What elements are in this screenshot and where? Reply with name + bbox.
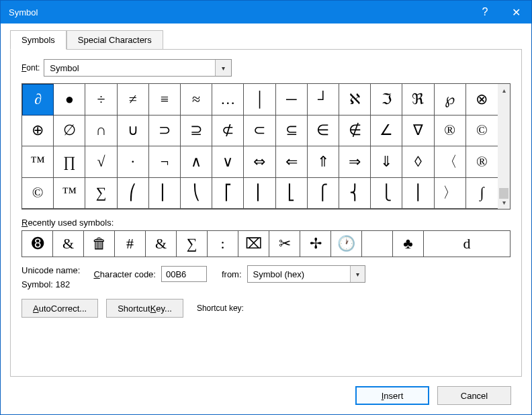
symbol-cell[interactable]: ¬	[149, 146, 181, 178]
symbol-cell[interactable]: ◊	[402, 146, 434, 178]
symbol-cell[interactable]: ≡	[149, 84, 181, 116]
symbol-cell[interactable]: 〉	[435, 178, 466, 210]
shortcut-key-label: Shortcut key:	[197, 304, 244, 313]
tab-strip: Symbols Special Characters	[10, 30, 522, 50]
shortcut-key-button[interactable]: Shortcut Key...	[106, 299, 183, 318]
scroll-up-icon: ▴	[502, 87, 506, 94]
symbol-grid[interactable]: ∂●÷≠≡≈…│─┘ℵℑℜ℘⊗⊕∅∩∪⊃⊇⊄⊂⊆∈∉∠∇®©™∏√·¬∧∨⇔⇐⇑…	[22, 84, 498, 209]
symbol-cell[interactable]: ∨	[212, 146, 244, 178]
symbol-cell[interactable]: ⇐	[276, 146, 308, 178]
tabpanel-symbols: Font: Symbol ▾ ∂●÷≠≡≈…│─┘ℵℑℜ℘⊗⊕∅∩∪⊃⊇⊄⊂⊆∈…	[10, 49, 522, 377]
recent-symbol-cell[interactable]: &	[146, 231, 177, 257]
symbol-cell[interactable]: ∅	[54, 116, 85, 147]
symbol-cell[interactable]: ⎝	[181, 178, 212, 210]
symbol-cell[interactable]: ™	[22, 146, 54, 178]
tab-special-characters[interactable]: Special Characters	[66, 30, 163, 50]
symbol-cell[interactable]: ·	[118, 146, 149, 178]
scroll-down-icon: ▾	[502, 199, 506, 206]
symbol-cell[interactable]: ∈	[308, 116, 339, 147]
help-button[interactable]: ?	[470, 1, 500, 24]
symbol-cell[interactable]: ∧	[181, 146, 212, 178]
symbol-cell[interactable]: ≠	[118, 84, 149, 116]
symbol-cell[interactable]: ⎨	[339, 178, 371, 210]
symbol-cell[interactable]: ⇑	[308, 146, 339, 178]
recent-symbol-cell[interactable]: :	[208, 231, 238, 257]
symbol-cell[interactable]: 〈	[435, 146, 466, 178]
recently-used-label: Recently used symbols:	[21, 218, 511, 228]
recent-symbol-cell[interactable]	[362, 231, 393, 257]
symbol-cell[interactable]: ●	[54, 84, 85, 116]
symbol-cell[interactable]: ℑ	[371, 84, 402, 116]
recent-symbol-cell[interactable]: ✢	[300, 231, 331, 257]
symbol-cell[interactable]: ℜ	[402, 84, 434, 116]
character-code-label: Character code:	[93, 269, 156, 279]
symbol-cell[interactable]: ℘	[435, 84, 466, 116]
symbol-cell[interactable]: ⊂	[244, 116, 275, 147]
recent-symbol-cell[interactable]: ∑	[177, 231, 208, 257]
symbol-cell[interactable]: ┘	[308, 84, 339, 116]
symbol-cell[interactable]: ⊗	[466, 84, 498, 116]
recent-symbol-cell[interactable]: ⌧	[238, 231, 269, 257]
recent-symbol-cell[interactable]: ➑	[22, 231, 53, 257]
symbol-cell[interactable]: ⎛	[118, 178, 149, 210]
symbol-cell[interactable]: ∪	[118, 116, 149, 147]
symbol-cell[interactable]: ⇓	[371, 146, 402, 178]
symbol-cell[interactable]: ≈	[181, 84, 212, 116]
symbol-cell[interactable]: ©	[466, 116, 498, 147]
recent-symbol-cell[interactable]: ✂	[269, 231, 300, 257]
recent-symbol-cell[interactable]: d	[424, 231, 510, 257]
insert-button[interactable]: Insert	[355, 386, 429, 405]
symbol-cell[interactable]: ⎜	[149, 178, 181, 210]
symbol-cell[interactable]: ⊆	[276, 116, 308, 147]
symbol-cell[interactable]: ⎪	[402, 178, 434, 210]
character-code-input[interactable]: 00B6	[161, 266, 207, 282]
scrollbar-vertical[interactable]: ▴ ▾	[498, 84, 510, 209]
symbol-cell[interactable]: ™	[54, 178, 85, 210]
symbol-cell[interactable]: …	[212, 84, 244, 116]
symbol-cell[interactable]: ⎧	[308, 178, 339, 210]
symbol-cell[interactable]: ⎡	[212, 178, 244, 210]
symbol-cell[interactable]: ∏	[54, 146, 85, 178]
font-combobox[interactable]: Symbol ▾	[44, 59, 232, 77]
symbol-cell[interactable]: ∇	[402, 116, 434, 147]
symbol-cell[interactable]: ⎢	[244, 178, 275, 210]
symbol-cell[interactable]: ⇔	[244, 146, 275, 178]
titlebar: Symbol ? ✕	[1, 1, 531, 24]
symbol-cell[interactable]: ∉	[339, 116, 371, 147]
tab-symbols[interactable]: Symbols	[10, 30, 66, 50]
symbol-cell[interactable]: │	[244, 84, 275, 116]
symbol-cell[interactable]: ⊄	[212, 116, 244, 147]
recent-symbol-cell[interactable]: #	[115, 231, 146, 257]
font-combobox-value: Symbol	[44, 63, 215, 73]
unicode-name-label: Unicode name:	[21, 265, 80, 275]
from-combobox[interactable]: Symbol (hex) ▾	[247, 265, 365, 283]
cancel-button[interactable]: Cancel	[437, 386, 511, 405]
symbol-cell[interactable]: ⊇	[181, 116, 212, 147]
close-button[interactable]: ✕	[500, 1, 531, 24]
recent-symbol-cell[interactable]: 🗑	[84, 231, 115, 257]
symbol-cell[interactable]: ∩	[85, 116, 117, 147]
symbol-cell[interactable]: ©	[22, 178, 54, 210]
symbol-cell[interactable]: ∑	[85, 178, 117, 210]
symbol-cell[interactable]: ─	[276, 84, 308, 116]
font-label: Font:	[21, 63, 40, 73]
symbol-cell[interactable]: ÷	[85, 84, 117, 116]
symbol-cell[interactable]: ⇒	[339, 146, 371, 178]
recent-symbol-cell[interactable]: &	[53, 231, 84, 257]
symbol-cell[interactable]: ⎩	[371, 178, 402, 210]
symbol-cell[interactable]: ⎣	[276, 178, 308, 210]
symbol-cell[interactable]: ∂	[22, 84, 54, 116]
symbol-cell[interactable]: ⊃	[149, 116, 181, 147]
symbol-cell[interactable]: ∠	[371, 116, 402, 147]
recent-symbol-cell[interactable]: ♣	[393, 231, 424, 257]
scrollbar-thumb[interactable]	[499, 188, 508, 199]
recent-symbol-cell[interactable]: 🕐	[331, 231, 362, 257]
symbol-cell[interactable]: ®	[435, 116, 466, 147]
symbol-cell[interactable]: ®	[466, 146, 498, 178]
symbol-cell[interactable]: ∫	[466, 178, 498, 210]
symbol-cell[interactable]: √	[85, 146, 117, 178]
recently-used-grid[interactable]: ➑&🗑#&∑:⌧✂✢🕐♣d	[21, 230, 511, 257]
symbol-cell[interactable]: ℵ	[339, 84, 371, 116]
autocorrect-button[interactable]: AutoCorrect...	[21, 299, 98, 318]
symbol-cell[interactable]: ⊕	[22, 116, 54, 147]
